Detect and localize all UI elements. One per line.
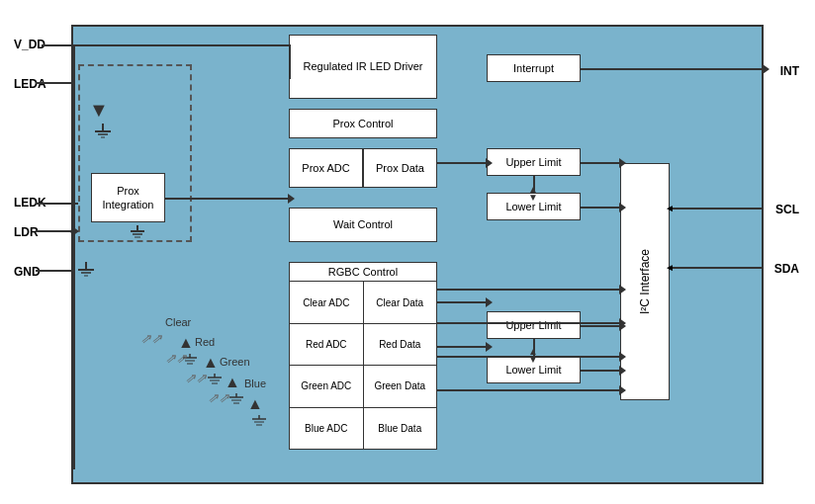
upper-limit-2-box: Upper Limit	[487, 311, 581, 339]
gnd-diode-ledk	[130, 225, 145, 246]
blue-label: Blue	[244, 378, 266, 389]
rgbc-to-lower-limit2	[437, 346, 487, 348]
prox-int-to-adc	[165, 198, 289, 200]
blue-to-i2c	[437, 389, 620, 391]
green-light: ⇗⇗	[185, 371, 207, 385]
clear-label: Clear	[165, 316, 191, 328]
prox-adc-box: Prox ADC	[289, 148, 363, 188]
rgbc-box: RGBC Control Clear ADC Clear Data Red AD…	[289, 262, 437, 450]
gnd-blue	[251, 415, 267, 432]
clear-adc-cell: Clear ADC	[290, 282, 364, 322]
green-data-cell: Green Data	[364, 366, 437, 406]
prox-to-upper	[437, 162, 487, 164]
red-to-i2c	[437, 322, 620, 324]
gnd-diode-leda	[93, 124, 113, 146]
rgbc-title: RGBC Control	[290, 263, 436, 282]
red-label: Red	[195, 336, 215, 348]
ir-to-leda-v	[289, 44, 291, 79]
upper-limit-2-to-i2c	[581, 325, 620, 327]
upper-limit-1-box: Upper Limit	[487, 148, 581, 176]
prox-integration-box: Prox Integration	[91, 173, 165, 222]
red-light: ⇗⇗	[165, 351, 187, 366]
interrupt-box: Interrupt	[487, 54, 581, 82]
gnd-line	[36, 270, 73, 272]
int-label: INT	[780, 64, 799, 78]
vdd-vertical	[73, 44, 75, 469]
clear-light: ⇗⇗	[140, 331, 162, 346]
sda-line	[670, 267, 764, 269]
upper-limit-1-to-i2c	[581, 162, 620, 164]
gnd-label: GND	[14, 265, 41, 279]
i2c-label: I²C Interface	[638, 249, 652, 314]
ldr-label: LDR	[14, 225, 39, 239]
leda-line	[36, 82, 73, 84]
scl-label: SCL	[775, 203, 799, 216]
ledk-line	[36, 203, 78, 205]
gnd-green	[228, 393, 244, 410]
lower-limit-1-to-i2c	[581, 207, 620, 209]
prox-control-box: Prox Control	[289, 109, 437, 138]
vdd-line	[42, 44, 73, 46]
leda-label: LEDA	[14, 77, 46, 91]
green-label: Green	[220, 356, 250, 368]
i2c-box: I²C Interface	[620, 163, 670, 400]
green-to-i2c	[437, 356, 620, 358]
regulated-ir-box: Regulated IR LED Driver	[289, 35, 437, 99]
green-adc-cell: Green ADC	[290, 366, 364, 406]
leda-dot	[73, 82, 75, 84]
blue-data-cell: Blue Data	[364, 408, 437, 449]
clear-diode: ▲	[178, 334, 194, 352]
red-adc-cell: Red ADC	[290, 324, 364, 365]
gnd-symbol	[76, 262, 96, 285]
blue-adc-cell: Blue ADC	[290, 408, 364, 449]
gnd-red	[207, 374, 223, 390]
clear-data-cell: Clear Data	[364, 282, 437, 322]
clear-to-i2c	[437, 289, 620, 291]
sda-label: SDA	[774, 262, 799, 276]
red-data-cell: Red Data	[364, 324, 437, 365]
diagram-container: V_DD LEDA LEDK LDR GND INT SCL SDA ▼ ◄ ▲…	[12, 10, 803, 494]
green-diode: ▲	[225, 374, 240, 391]
blue-light: ⇗⇗	[208, 390, 229, 405]
vdd-to-ir-h	[73, 44, 289, 46]
rgbc-to-upper-limit2	[437, 301, 487, 303]
diode-leda: ▼	[89, 99, 109, 122]
red-diode: ▲	[203, 354, 219, 372]
prox-data-box: Prox Data	[363, 148, 437, 188]
int-line	[581, 68, 764, 70]
lower-limit-2-to-i2c	[581, 370, 620, 372]
wait-control-box: Wait Control	[289, 208, 437, 242]
scl-line	[670, 208, 764, 210]
blue-diode: ▲	[247, 395, 263, 413]
